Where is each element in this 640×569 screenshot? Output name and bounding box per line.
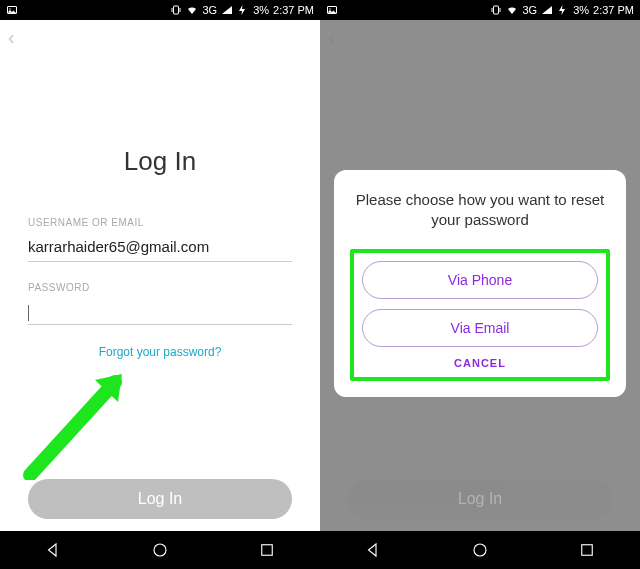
time-label: 2:37 PM [273, 4, 314, 16]
dialog-message: Please choose how you want to reset your… [350, 190, 610, 231]
svg-rect-9 [581, 545, 592, 556]
page-title: Log In [28, 146, 292, 177]
svg-point-6 [329, 8, 331, 10]
login-form: Log In USERNAME OR EMAIL PASSWORD Forgot… [0, 146, 320, 359]
wifi-icon [186, 4, 198, 16]
login-button[interactable]: Log In [28, 479, 292, 519]
svg-point-1 [9, 8, 11, 10]
cancel-button[interactable]: CANCEL [362, 357, 598, 369]
svg-point-3 [154, 544, 166, 556]
via-phone-button[interactable]: Via Phone [362, 261, 598, 299]
svg-point-8 [474, 544, 486, 556]
network-label: 3G [522, 4, 537, 16]
nav-back-icon[interactable] [364, 541, 382, 559]
vibrate-icon [490, 4, 502, 16]
status-bar: 3G 3% 2:37 PM [320, 0, 640, 20]
status-bar: 3G 3% 2:37 PM [0, 0, 320, 20]
nav-recent-icon[interactable] [258, 541, 276, 559]
svg-rect-4 [261, 545, 272, 556]
svg-rect-2 [174, 6, 179, 14]
back-icon: ‹ [328, 26, 335, 49]
reset-password-dialog: Please choose how you want to reset your… [334, 170, 626, 397]
annotation-arrow [20, 370, 140, 480]
nav-bar [0, 531, 320, 569]
vibrate-icon [170, 4, 182, 16]
forgot-password-link[interactable]: Forgot your password? [28, 345, 292, 359]
image-icon [6, 4, 18, 16]
charging-icon [557, 4, 569, 16]
via-email-button[interactable]: Via Email [362, 309, 598, 347]
nav-home-icon[interactable] [151, 541, 169, 559]
network-label: 3G [202, 4, 217, 16]
phone-right: 3G 3% 2:37 PM ‹ Log In Please choose how… [320, 0, 640, 569]
image-icon [326, 4, 338, 16]
battery-label: 3% [573, 4, 589, 16]
time-label: 2:37 PM [593, 4, 634, 16]
nav-bar [320, 531, 640, 569]
signal-icon [221, 4, 233, 16]
nav-home-icon[interactable] [471, 541, 489, 559]
svg-rect-7 [494, 6, 499, 14]
battery-label: 3% [253, 4, 269, 16]
password-label: PASSWORD [28, 282, 292, 293]
wifi-icon [506, 4, 518, 16]
nav-back-icon[interactable] [44, 541, 62, 559]
username-label: USERNAME OR EMAIL [28, 217, 292, 228]
back-icon[interactable]: ‹ [8, 26, 15, 49]
phone-left: 3G 3% 2:37 PM ‹ Log In USERNAME OR EMAIL… [0, 0, 320, 569]
signal-icon [541, 4, 553, 16]
username-input[interactable] [28, 232, 292, 262]
nav-recent-icon[interactable] [578, 541, 596, 559]
charging-icon [237, 4, 249, 16]
login-button-disabled: Log In [348, 479, 612, 519]
app-bar: ‹ [0, 20, 320, 54]
password-input[interactable] [28, 297, 292, 325]
annotation-highlight: Via Phone Via Email CANCEL [350, 249, 610, 381]
